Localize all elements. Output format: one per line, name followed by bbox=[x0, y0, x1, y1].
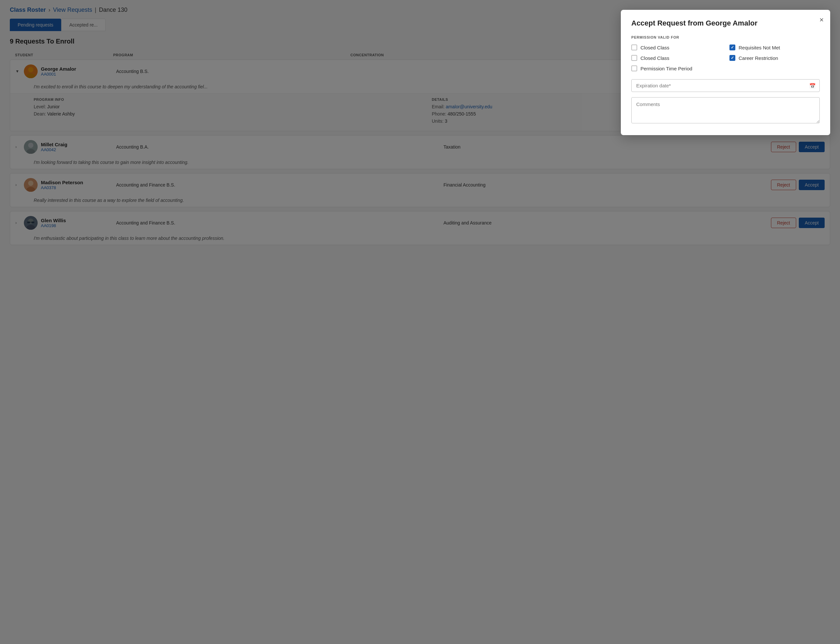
checkbox-label-career: Career Restriction bbox=[738, 55, 778, 61]
permission-label: PERMISSION VALID FOR bbox=[631, 35, 820, 39]
checkbox-label-requisites: Requisites Not Met bbox=[738, 45, 780, 50]
checkbox-career-restriction[interactable] bbox=[729, 55, 735, 61]
expiration-date-input[interactable] bbox=[631, 79, 820, 92]
checkbox-label-closed-class-2: Closed Class bbox=[640, 55, 669, 61]
checkbox-closed-class-2[interactable] bbox=[631, 55, 637, 61]
calendar-icon: 📅 bbox=[809, 82, 816, 89]
comments-textarea[interactable] bbox=[631, 97, 820, 123]
checkbox-label-closed-class-1: Closed Class bbox=[640, 45, 669, 50]
modal-overlay: × Accept Request from George Amalor PERM… bbox=[0, 0, 840, 644]
checkbox-requisites-not-met[interactable] bbox=[729, 44, 735, 50]
checkbox-row-career: Career Restriction bbox=[729, 55, 820, 61]
checkbox-row-closed-class-1: Closed Class bbox=[631, 44, 722, 50]
checkbox-row-requisites: Requisites Not Met bbox=[729, 44, 820, 50]
checkbox-label-time-period: Permission Time Period bbox=[640, 66, 692, 71]
checkbox-closed-class-1[interactable] bbox=[631, 44, 637, 50]
checkbox-row-time-period: Permission Time Period bbox=[631, 66, 722, 71]
modal-title: Accept Request from George Amalor bbox=[631, 19, 820, 28]
checkbox-row-closed-class-2: Closed Class bbox=[631, 55, 722, 61]
checkbox-time-period[interactable] bbox=[631, 66, 637, 71]
modal-close-button[interactable]: × bbox=[819, 16, 824, 23]
checkboxes-grid: Closed Class Requisites Not Met Closed C… bbox=[631, 44, 820, 71]
accept-request-modal: × Accept Request from George Amalor PERM… bbox=[621, 10, 830, 135]
expiration-date-wrapper: 📅 bbox=[631, 79, 820, 92]
